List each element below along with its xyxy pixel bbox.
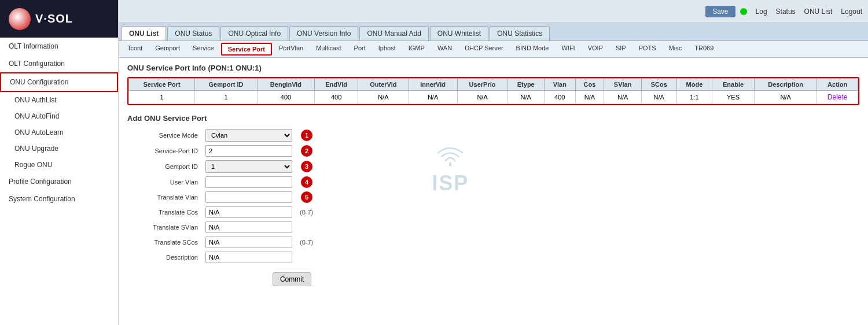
- col-header-mode: Mode: [676, 79, 712, 91]
- form-extra-translate-vlan: 5: [295, 190, 316, 205]
- sub-tab-iphost[interactable]: Iphost: [373, 43, 402, 56]
- table-row: 11400400N/AN/AN/AN/A400N/AN/AN/A1:1YESN/…: [129, 91, 858, 104]
- form-extra-gemport-id: 3: [295, 158, 316, 175]
- isp-text: ISP: [432, 171, 469, 195]
- form-extra-service-port-id: 2: [295, 143, 316, 158]
- sidebar-item-onu-authlist[interactable]: ONU AuthList: [0, 92, 118, 108]
- col-header-benginvid: BenginVid: [257, 79, 314, 91]
- form-label-translate-svlan: Translate SVlan: [127, 220, 203, 235]
- nav-tab-onu-manual-add[interactable]: ONU Manual Add: [359, 26, 428, 40]
- sidebar-item-onu-autofind[interactable]: ONU AutoFind: [0, 108, 118, 124]
- form-input-cell-translate-cos: [203, 205, 295, 220]
- table-cell-7: N/A: [507, 91, 544, 104]
- nav-tab-onu-whitelist[interactable]: ONU Whitelist: [430, 26, 488, 40]
- form-input-translate-vlan[interactable]: [205, 191, 292, 203]
- sidebar-item-rogue-onu[interactable]: Rogue ONU: [0, 157, 118, 173]
- sub-tab-gemport[interactable]: Gemport: [149, 43, 186, 56]
- form-input-cell-translate-vlan: [203, 190, 295, 205]
- form-input-cell-user-vlan: [203, 175, 295, 190]
- sub-tab-portvlan[interactable]: PortVlan: [273, 43, 309, 56]
- sub-tab-service-port[interactable]: Service Port: [221, 43, 272, 56]
- sub-tab-wan[interactable]: WAN: [432, 43, 458, 56]
- form-extra-user-vlan: 4: [295, 175, 316, 190]
- form-input-description[interactable]: [205, 252, 292, 263]
- nav-tab-onu-statistics[interactable]: ONU Statistics: [490, 26, 550, 40]
- sub-tab-dhcp-server[interactable]: DHCP Server: [459, 43, 509, 56]
- sub-tab-port[interactable]: Port: [348, 43, 372, 56]
- table-cell-15[interactable]: Delete: [817, 91, 858, 104]
- sub-tab-igmp[interactable]: IGMP: [403, 43, 431, 56]
- sub-tab-tr069[interactable]: TR069: [689, 43, 719, 56]
- form-select-service-mode[interactable]: CvlanSvlanTransparent: [205, 129, 292, 142]
- col-header-vlan: Vlan: [545, 79, 576, 91]
- col-header-endvid: EndVid: [315, 79, 358, 91]
- table-cell-12: 1:1: [676, 91, 712, 104]
- col-header-userprio: UserPrio: [457, 79, 507, 91]
- commit-button[interactable]: Commit: [273, 272, 311, 286]
- delete-action[interactable]: Delete: [827, 93, 848, 101]
- logo-icon: [9, 8, 31, 30]
- table-cell-9: N/A: [575, 91, 604, 104]
- sub-tab-multicast[interactable]: Multicast: [310, 43, 347, 56]
- sub-tab-bind-mode[interactable]: BIND Mode: [510, 43, 555, 56]
- form-label-user-vlan: User Vlan: [127, 175, 203, 190]
- info-section-title: ONU Service Port Info (PON:1 ONU:1): [127, 64, 859, 72]
- form-input-cell-service-port-id: [203, 143, 295, 158]
- form-extra-translate-svlan: [295, 220, 316, 235]
- table-cell-5: N/A: [409, 91, 457, 104]
- nav-tabs: ONU ListONU StatusONU Optical InfoONU Ve…: [119, 23, 868, 41]
- logout-button[interactable]: Logout: [841, 8, 862, 16]
- nav-tab-onu-version-info[interactable]: ONU Version Info: [289, 26, 358, 40]
- sub-tab-misc[interactable]: Misc: [663, 43, 688, 56]
- form-input-cell-translate-svlan: [203, 220, 295, 235]
- service-port-table-wrapper: Service PortGemport IDBenginVidEndVidOut…: [127, 77, 859, 105]
- form-input-translate-svlan[interactable]: [205, 221, 292, 233]
- form-input-cell-gemport-id: 1234: [203, 158, 295, 175]
- log-button[interactable]: Log: [756, 8, 767, 16]
- form-input-translate-cos[interactable]: [205, 206, 292, 218]
- form-label-gemport-id: Gemport ID: [127, 158, 203, 175]
- sidebar-item-onu-configuration[interactable]: ONU Configuration: [0, 72, 118, 92]
- table-cell-6: N/A: [457, 91, 507, 104]
- sub-tab-voip[interactable]: VOIP: [582, 43, 609, 56]
- logo-text: V·SOL: [35, 12, 73, 25]
- sidebar-item-olt-information[interactable]: OLT Information: [0, 38, 118, 55]
- table-cell-4: N/A: [358, 91, 409, 104]
- table-cell-14: N/A: [754, 91, 817, 104]
- main-panel: Save Log Status ONU List Logout ONU List…: [119, 0, 868, 325]
- col-header-outervid: OuterVid: [358, 79, 409, 91]
- sub-tab-wifi[interactable]: WIFI: [556, 43, 580, 56]
- col-header-innervid: InnerVid: [409, 79, 457, 91]
- onu-list-button[interactable]: ONU List: [804, 8, 833, 16]
- table-header: Service PortGemport IDBenginVidEndVidOut…: [129, 79, 858, 91]
- form-input-translate-scos[interactable]: [205, 237, 292, 248]
- save-button[interactable]: Save: [705, 6, 735, 17]
- nav-tab-onu-list[interactable]: ONU List: [122, 26, 166, 40]
- add-form-title: Add ONU Service Port: [127, 114, 859, 123]
- form-select-gemport-id[interactable]: 1234: [205, 160, 292, 173]
- sub-tab-pots[interactable]: POTS: [633, 43, 662, 56]
- sub-tab-service[interactable]: Service: [187, 43, 220, 56]
- sidebar-item-system-configuration[interactable]: System Configuration: [0, 190, 118, 208]
- sidebar-item-onu-autolearn[interactable]: ONU AutoLearn: [0, 124, 118, 141]
- sidebar-item-onu-upgrade[interactable]: ONU Upgrade: [0, 141, 118, 157]
- form-input-service-port-id[interactable]: [205, 145, 292, 157]
- nav-tab-onu-status[interactable]: ONU Status: [167, 26, 219, 40]
- table-cell-1: 1: [195, 91, 258, 104]
- sidebar-nav: OLT InformationOLT ConfigurationONU Conf…: [0, 38, 118, 208]
- form-extra-description: [295, 250, 316, 265]
- col-header-description: Description: [754, 79, 817, 91]
- sidebar-item-profile-configuration[interactable]: Profile Configuration: [0, 173, 118, 190]
- step-circle-5: 5: [301, 191, 312, 203]
- table-cell-3: 400: [315, 91, 358, 104]
- col-header-svlan: SVlan: [604, 79, 641, 91]
- sidebar-item-olt-configuration[interactable]: OLT Configuration: [0, 55, 118, 72]
- nav-tab-onu-optical-info[interactable]: ONU Optical Info: [220, 26, 288, 40]
- status-button[interactable]: Status: [776, 8, 796, 16]
- sub-tab-sip[interactable]: SIP: [610, 43, 632, 56]
- form-extra-service-mode: 1: [295, 127, 316, 143]
- sub-tab-tcont[interactable]: Tcont: [122, 43, 148, 56]
- form-label-translate-scos: Translate SCos: [127, 235, 203, 250]
- form-input-user-vlan[interactable]: [205, 176, 292, 188]
- col-header-scos: SCos: [641, 79, 676, 91]
